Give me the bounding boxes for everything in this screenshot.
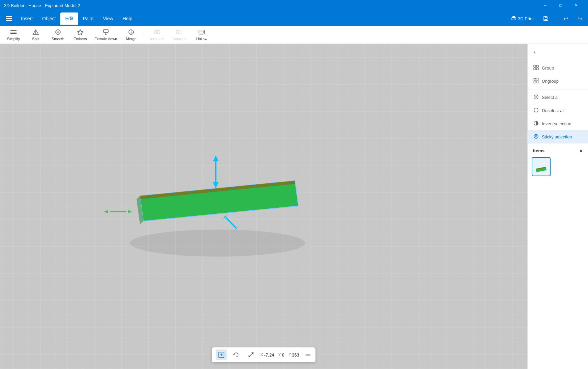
scale-mode-button[interactable]: [246, 349, 257, 360]
svg-rect-7: [545, 17, 547, 18]
split-button[interactable]: Split: [25, 28, 47, 43]
select-all-icon: [533, 94, 539, 101]
titlebar-title: 3D Builder - House - Exploded Model 2: [4, 3, 80, 8]
unit-label: mm: [304, 352, 311, 357]
svg-rect-48: [534, 65, 536, 67]
canvas-area[interactable]: X -7.24 Y 0 Z 363 mm: [0, 44, 527, 369]
svg-marker-15: [78, 30, 83, 35]
titlebar-controls: − □ ✕: [537, 0, 584, 11]
svg-rect-6: [545, 19, 547, 21]
items-label: Items: [533, 148, 545, 153]
svg-marker-18: [105, 34, 107, 35]
menu-insert[interactable]: Insert: [16, 12, 37, 25]
save-button[interactable]: [540, 13, 552, 24]
items-grid: [528, 155, 588, 178]
panel-separator-1: [528, 89, 588, 89]
invert-selection-icon: [533, 121, 539, 127]
svg-point-28: [130, 230, 305, 257]
deselect-all-label: Deselect all: [542, 108, 564, 113]
maximize-button[interactable]: □: [553, 0, 568, 11]
emboss-button[interactable]: Emboss: [69, 28, 91, 43]
close-button[interactable]: ✕: [568, 0, 584, 11]
menu-help[interactable]: Help: [118, 12, 137, 25]
intersect-button[interactable]: Intersect: [146, 28, 168, 43]
svg-point-57: [535, 96, 537, 98]
3d-print-button[interactable]: 3D Print: [508, 13, 537, 24]
svg-rect-4: [512, 16, 515, 18]
svg-rect-0: [6, 16, 12, 17]
svg-marker-34: [213, 182, 218, 188]
menu-object[interactable]: Object: [37, 12, 60, 25]
svg-rect-3: [512, 18, 516, 20]
sticky-selection-label: Sticky selection: [542, 134, 572, 139]
menubar-right: 3D Print ↩ ↪: [508, 13, 585, 24]
svg-line-35: [226, 218, 236, 228]
subtract-button[interactable]: Subtract: [169, 28, 190, 43]
panel-toggle-button[interactable]: ›: [529, 47, 540, 57]
items-header[interactable]: Items ∧: [528, 145, 588, 155]
svg-marker-44: [233, 354, 234, 356]
y-coordinate: Y 0: [278, 352, 284, 358]
ungroup-label: Ungroup: [542, 79, 559, 84]
select-mode-button[interactable]: [216, 349, 227, 360]
svg-rect-9: [10, 30, 17, 31]
titlebar: 3D Builder - House - Exploded Model 2 − …: [0, 0, 588, 11]
menu-edit[interactable]: Edit: [60, 12, 78, 25]
svg-rect-25: [179, 30, 182, 34]
svg-point-58: [534, 108, 538, 112]
svg-point-62: [536, 136, 537, 137]
select-all-action[interactable]: Select all: [528, 91, 588, 104]
invert-selection-label: Invert selection: [542, 121, 571, 126]
scene-svg: [0, 44, 527, 369]
merge-button[interactable]: Merge: [120, 28, 142, 43]
undo-button[interactable]: ↩: [560, 13, 571, 24]
svg-marker-40: [128, 210, 132, 213]
extrude-down-button[interactable]: Extrude down: [92, 28, 120, 43]
svg-rect-50: [534, 68, 536, 70]
svg-marker-39: [104, 210, 108, 213]
simplify-button[interactable]: Simplify: [3, 28, 24, 43]
redo-button[interactable]: ↪: [574, 13, 585, 24]
deselect-all-action[interactable]: Deselect all: [528, 104, 588, 117]
svg-rect-16: [104, 30, 108, 32]
svg-rect-26: [199, 30, 204, 34]
svg-point-5: [514, 19, 515, 19]
side-arrow: [104, 210, 132, 213]
svg-rect-49: [536, 65, 538, 67]
sticky-selection-icon: [533, 134, 539, 140]
group-action[interactable]: Group: [528, 61, 588, 75]
svg-rect-24: [177, 30, 180, 34]
hollow-button[interactable]: Hollow: [191, 28, 212, 43]
right-panel: › Group Ungroup Select all: [527, 44, 588, 369]
svg-point-14: [57, 31, 59, 33]
ungroup-action[interactable]: Ungroup: [528, 75, 588, 88]
menubar: Insert Object Edit Paint View Help 3D Pr…: [0, 11, 588, 26]
toolbar-separator-1: [144, 29, 144, 41]
item-thumbnail-1[interactable]: [532, 157, 551, 176]
sticky-selection-action[interactable]: Sticky selection: [528, 130, 588, 143]
panel-actions: Group Ungroup Select all Deselect all: [528, 60, 588, 145]
toolbar: Simplify Split Smooth Emboss Extrude dow…: [0, 26, 588, 44]
select-all-label: Select all: [542, 95, 560, 100]
invert-selection-action[interactable]: Invert selection: [528, 117, 588, 130]
main-area: X -7.24 Y 0 Z 363 mm › Group: [0, 44, 588, 369]
svg-rect-23: [156, 30, 160, 34]
hamburger-menu-button[interactable]: [3, 12, 15, 25]
rotate-mode-button[interactable]: [231, 349, 242, 360]
menubar-divider: [556, 15, 556, 23]
minimize-button[interactable]: −: [537, 0, 553, 11]
statusbar: X -7.24 Y 0 Z 363 mm: [212, 347, 316, 362]
svg-rect-53: [536, 78, 538, 80]
svg-rect-1: [6, 18, 12, 19]
smooth-button[interactable]: Smooth: [47, 28, 69, 43]
collapse-icon: ∧: [579, 148, 583, 153]
ungroup-icon: [533, 78, 539, 84]
svg-rect-2: [6, 20, 12, 21]
svg-rect-52: [534, 78, 536, 80]
menu-view[interactable]: View: [98, 12, 118, 25]
svg-rect-27: [200, 31, 203, 33]
menu-paint[interactable]: Paint: [78, 12, 98, 25]
svg-marker-33: [213, 155, 218, 161]
up-arrow: [213, 155, 218, 188]
svg-rect-55: [536, 81, 538, 83]
